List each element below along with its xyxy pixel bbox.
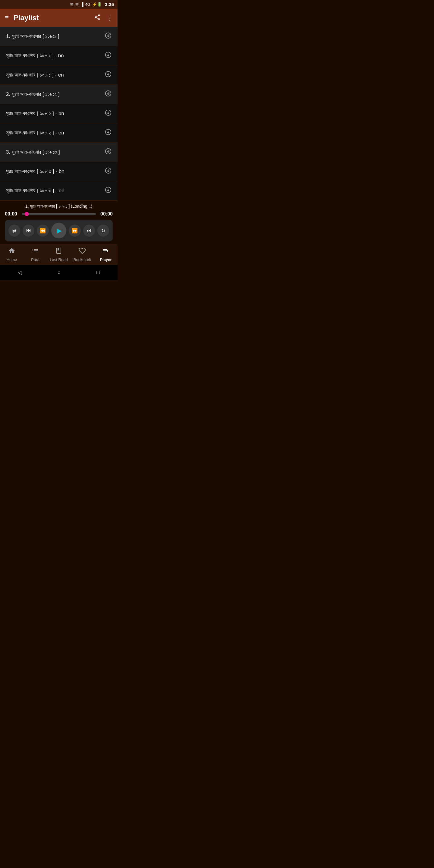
player-current-time: 00:00: [5, 211, 19, 217]
notification-icon-2: ✉: [75, 2, 79, 7]
player-track-name: 1. সূরাঃ আল-কাওসার [ ১০৮:১ ] (Loading...…: [5, 204, 113, 209]
battery-icon: ⚡🔋: [92, 2, 102, 7]
lastread-icon: [55, 247, 62, 256]
nav-home-label: Home: [7, 257, 17, 262]
playlist-item[interactable]: সূরাঃ আল-কাওসার [ ১০৮:১ ] - en: [0, 65, 118, 85]
player-controls: ⇄ ⏮ ⏪ ▶ ⏩ ⏭ ↻: [5, 220, 113, 241]
playlist-item[interactable]: 1. সূরাঃ আল-কাওসার [ ১০৮:১ ]: [0, 27, 118, 46]
playlist-item[interactable]: 3. সূরাঃ আল-কাওসার [ ১০৮:৩ ]: [0, 143, 118, 162]
prev-button[interactable]: ⏮: [23, 224, 34, 237]
menu-button[interactable]: ≡: [5, 14, 9, 22]
bookmark-icon: [79, 247, 86, 256]
download-button[interactable]: [105, 187, 112, 195]
recent-apps-button[interactable]: □: [96, 270, 100, 276]
playlist-item[interactable]: সূরাঃ আল-কাওসার [ ১০৮:৩ ] - bn: [0, 162, 118, 181]
nav-bookmark[interactable]: Bookmark: [73, 247, 91, 262]
rewind-button[interactable]: ⏪: [37, 224, 49, 237]
playlist-item[interactable]: 2. সূরাঃ আল-কাওসার [ ১০৮:২ ]: [0, 85, 118, 104]
download-button[interactable]: [105, 71, 112, 79]
status-bar: ✉ ✉ ▐ 4G ⚡🔋 3:35: [0, 0, 118, 9]
share-button[interactable]: [94, 14, 101, 22]
player-progress-row: 00:00 00:00: [5, 211, 113, 217]
top-bar: ≡ Playlist ⋮: [0, 9, 118, 27]
home-system-button[interactable]: ○: [58, 270, 61, 276]
playlist-item-text: সূরাঃ আল-কাওসার [ ১০৮:১ ] - en: [6, 72, 64, 78]
progress-bar[interactable]: [22, 213, 96, 215]
playlist-item-text: 2. সূরাঃ আল-কাওসার [ ১০৮:২ ]: [6, 91, 60, 97]
play-button[interactable]: ▶: [51, 223, 67, 239]
system-nav: ◁ ○ □: [0, 265, 118, 280]
player-section: 1. সূরাঃ আল-কাওসার [ ১০৮:১ ] (Loading...…: [0, 200, 118, 244]
playlist-item-text: সূরাঃ আল-কাওসার [ ১০৮:২ ] - en: [6, 130, 64, 136]
playlist-item-text: 1. সূরাঃ আল-কাওসার [ ১০৮:১ ]: [6, 33, 59, 39]
player-total-time: 00:00: [98, 211, 113, 217]
next-button[interactable]: ⏭: [83, 224, 95, 237]
network-type: 4G: [85, 2, 90, 7]
nav-bookmark-label: Bookmark: [73, 257, 91, 262]
playlist-item-text: সূরাঃ আল-কাওসার [ ১০৮:৩ ] - bn: [6, 168, 64, 175]
shuffle-button[interactable]: ⇄: [8, 224, 20, 237]
progress-dot: [25, 212, 29, 216]
download-button[interactable]: [105, 129, 112, 137]
page-title: Playlist: [13, 13, 88, 22]
playlist-item-text: 3. সূরাঃ আল-কাওসার [ ১০৮:৩ ]: [6, 149, 60, 155]
nav-player[interactable]: Player: [97, 247, 115, 262]
clock: 3:35: [105, 2, 114, 7]
download-button[interactable]: [105, 167, 112, 176]
playlist-item-text: সূরাঃ আল-কাওসার [ ১০৮:১ ] - bn: [6, 53, 64, 59]
repeat-button[interactable]: ↻: [97, 224, 109, 237]
para-icon: [32, 247, 39, 256]
download-button[interactable]: [105, 148, 112, 156]
playlist-item[interactable]: সূরাঃ আল-কাওসার [ ১০৮:৩ ] - en: [0, 181, 118, 200]
more-options-button[interactable]: ⋮: [107, 14, 113, 22]
download-button[interactable]: [105, 90, 112, 98]
nav-lastread-label: Last Read: [50, 257, 67, 262]
playlist-container: 1. সূরাঃ আল-কাওসার [ ১০৮:১ ]সূরাঃ আল-কাও…: [0, 27, 118, 200]
nav-home[interactable]: Home: [3, 247, 21, 262]
playlist-item-text: সূরাঃ আল-কাওসার [ ১০৮:৩ ] - en: [6, 188, 64, 194]
download-button[interactable]: [105, 52, 112, 60]
download-button[interactable]: [105, 32, 112, 40]
signal-strength: ▐: [81, 2, 83, 7]
playlist-item[interactable]: সূরাঃ আল-কাওসার [ ১০৮:১ ] - bn: [0, 46, 118, 65]
playlist-item-text: সূরাঃ আল-কাওসার [ ১০৮:২ ] - bn: [6, 111, 64, 117]
bottom-nav: Home Para Last Read Bookmark Player: [0, 244, 118, 265]
download-button[interactable]: [105, 110, 112, 118]
playlist-item[interactable]: সূরাঃ আল-কাওসার [ ১০৮:২ ] - en: [0, 123, 118, 143]
fast-forward-button[interactable]: ⏩: [69, 224, 81, 237]
notification-icon: ✉: [70, 2, 73, 7]
nav-player-label: Player: [100, 257, 112, 262]
nav-para-label: Para: [31, 257, 39, 262]
nav-para[interactable]: Para: [26, 247, 44, 262]
home-icon: [8, 247, 16, 256]
back-button[interactable]: ◁: [18, 269, 22, 276]
playlist-item[interactable]: সূরাঃ আল-কাওসার [ ১০৮:২ ] - bn: [0, 104, 118, 123]
player-icon: [102, 247, 110, 256]
nav-lastread[interactable]: Last Read: [50, 247, 68, 262]
